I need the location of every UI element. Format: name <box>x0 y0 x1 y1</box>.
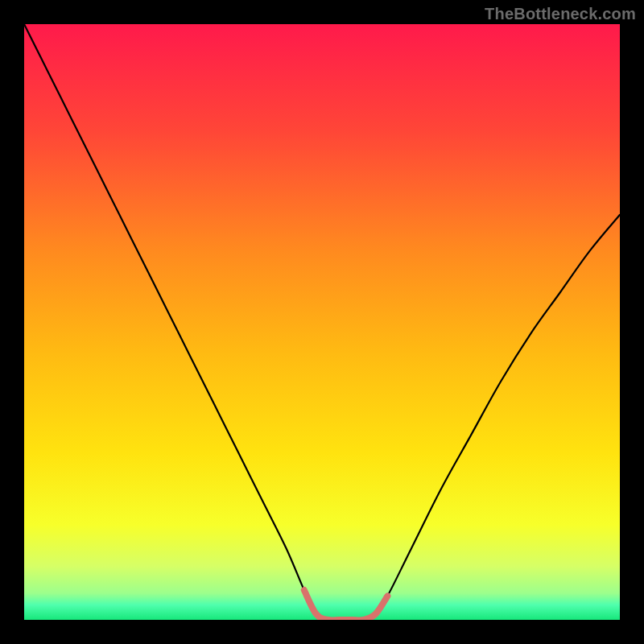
gradient-background <box>24 24 620 620</box>
watermark-text: TheBottleneck.com <box>485 5 636 23</box>
chart-frame: TheBottleneck.com <box>0 0 644 644</box>
chart-canvas <box>24 24 620 620</box>
plot-area <box>24 24 620 620</box>
